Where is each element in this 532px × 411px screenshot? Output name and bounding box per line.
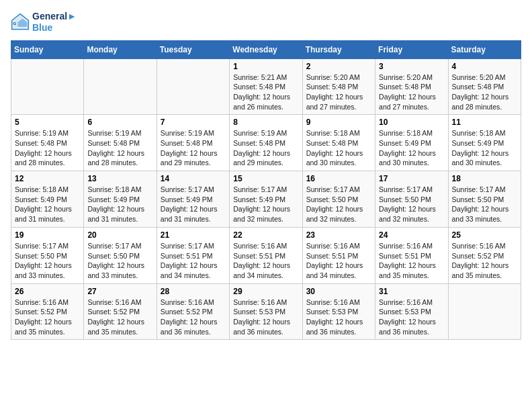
day-number: 23 xyxy=(306,230,371,240)
day-info: Sunrise: 5:16 AM Sunset: 5:53 PM Dayligh… xyxy=(379,298,444,337)
calendar-cell: 16Sunrise: 5:17 AM Sunset: 5:50 PM Dayli… xyxy=(302,171,375,228)
calendar-cell: 3Sunrise: 5:20 AM Sunset: 5:48 PM Daylig… xyxy=(375,58,448,115)
day-number: 9 xyxy=(306,118,371,127)
day-info: Sunrise: 5:18 AM Sunset: 5:49 PM Dayligh… xyxy=(87,185,152,224)
day-number: 13 xyxy=(87,174,152,183)
day-number: 6 xyxy=(87,118,152,127)
calendar-cell: 13Sunrise: 5:18 AM Sunset: 5:49 PM Dayli… xyxy=(84,171,157,228)
calendar-cell: 8Sunrise: 5:19 AM Sunset: 5:48 PM Daylig… xyxy=(230,115,302,171)
day-info: Sunrise: 5:17 AM Sunset: 5:49 PM Dayligh… xyxy=(161,185,226,224)
calendar-cell: 9Sunrise: 5:18 AM Sunset: 5:48 PM Daylig… xyxy=(302,115,375,171)
day-info: Sunrise: 5:16 AM Sunset: 5:52 PM Dayligh… xyxy=(161,298,226,337)
calendar-cell: 28Sunrise: 5:16 AM Sunset: 5:52 PM Dayli… xyxy=(157,283,229,340)
day-number: 25 xyxy=(452,230,517,240)
calendar-cell: 1Sunrise: 5:21 AM Sunset: 5:48 PM Daylig… xyxy=(230,58,302,115)
day-number: 27 xyxy=(87,287,152,296)
logo-text: General► Blue xyxy=(32,11,77,34)
day-info: Sunrise: 5:16 AM Sunset: 5:53 PM Dayligh… xyxy=(306,298,371,337)
day-info: Sunrise: 5:17 AM Sunset: 5:49 PM Dayligh… xyxy=(233,185,298,224)
calendar-cell: 17Sunrise: 5:17 AM Sunset: 5:50 PM Dayli… xyxy=(375,171,448,228)
day-info: Sunrise: 5:20 AM Sunset: 5:48 PM Dayligh… xyxy=(306,73,371,112)
calendar-cell: 18Sunrise: 5:17 AM Sunset: 5:50 PM Dayli… xyxy=(448,171,521,228)
day-info: Sunrise: 5:20 AM Sunset: 5:48 PM Dayligh… xyxy=(379,73,444,112)
day-info: Sunrise: 5:17 AM Sunset: 5:51 PM Dayligh… xyxy=(161,241,226,281)
day-info: Sunrise: 5:17 AM Sunset: 5:50 PM Dayligh… xyxy=(452,185,517,224)
calendar-cell: 22Sunrise: 5:16 AM Sunset: 5:51 PM Dayli… xyxy=(230,227,302,283)
calendar-cell: 23Sunrise: 5:16 AM Sunset: 5:51 PM Dayli… xyxy=(302,227,375,283)
day-number: 2 xyxy=(306,62,371,71)
day-info: Sunrise: 5:20 AM Sunset: 5:48 PM Dayligh… xyxy=(452,73,517,112)
col-header-saturday: Saturday xyxy=(448,40,521,58)
calendar-cell: 25Sunrise: 5:16 AM Sunset: 5:52 PM Dayli… xyxy=(448,227,521,283)
calendar-table: SundayMondayTuesdayWednesdayThursdayFrid… xyxy=(11,40,521,340)
day-number: 18 xyxy=(452,174,517,183)
day-number: 26 xyxy=(15,287,80,296)
day-info: Sunrise: 5:19 AM Sunset: 5:48 PM Dayligh… xyxy=(233,128,298,168)
day-number: 21 xyxy=(161,230,226,240)
day-number: 31 xyxy=(379,287,444,296)
calendar-header: SundayMondayTuesdayWednesdayThursdayFrid… xyxy=(11,40,521,58)
header: G General► Blue xyxy=(11,11,521,34)
day-number: 3 xyxy=(379,62,444,71)
calendar-row-0: 1Sunrise: 5:21 AM Sunset: 5:48 PM Daylig… xyxy=(11,58,521,115)
calendar-cell xyxy=(84,58,157,115)
day-info: Sunrise: 5:17 AM Sunset: 5:50 PM Dayligh… xyxy=(379,185,444,224)
day-info: Sunrise: 5:16 AM Sunset: 5:52 PM Dayligh… xyxy=(15,298,80,337)
day-number: 20 xyxy=(87,230,152,240)
col-header-sunday: Sunday xyxy=(11,40,84,58)
day-number: 24 xyxy=(379,230,444,240)
day-number: 5 xyxy=(15,118,80,127)
calendar-row-1: 5Sunrise: 5:19 AM Sunset: 5:48 PM Daylig… xyxy=(11,115,521,171)
calendar-cell: 10Sunrise: 5:18 AM Sunset: 5:49 PM Dayli… xyxy=(375,115,448,171)
day-number: 22 xyxy=(233,230,298,240)
day-info: Sunrise: 5:17 AM Sunset: 5:50 PM Dayligh… xyxy=(87,241,152,281)
calendar-cell: 15Sunrise: 5:17 AM Sunset: 5:49 PM Dayli… xyxy=(230,171,302,228)
day-info: Sunrise: 5:16 AM Sunset: 5:51 PM Dayligh… xyxy=(379,241,444,281)
col-header-monday: Monday xyxy=(84,40,157,58)
calendar-cell: 5Sunrise: 5:19 AM Sunset: 5:48 PM Daylig… xyxy=(11,115,84,171)
calendar-cell: 12Sunrise: 5:18 AM Sunset: 5:49 PM Dayli… xyxy=(11,171,84,228)
day-info: Sunrise: 5:16 AM Sunset: 5:52 PM Dayligh… xyxy=(87,298,152,337)
day-info: Sunrise: 5:18 AM Sunset: 5:49 PM Dayligh… xyxy=(379,128,444,168)
day-info: Sunrise: 5:19 AM Sunset: 5:48 PM Dayligh… xyxy=(161,128,226,168)
day-number: 12 xyxy=(15,174,80,183)
day-info: Sunrise: 5:16 AM Sunset: 5:51 PM Dayligh… xyxy=(306,241,371,281)
day-number: 15 xyxy=(233,174,298,183)
calendar-cell: 6Sunrise: 5:19 AM Sunset: 5:48 PM Daylig… xyxy=(84,115,157,171)
calendar-cell: 4Sunrise: 5:20 AM Sunset: 5:48 PM Daylig… xyxy=(448,58,521,115)
day-number: 1 xyxy=(233,62,298,71)
calendar-cell xyxy=(157,58,229,115)
col-header-wednesday: Wednesday xyxy=(230,40,302,58)
calendar-row-4: 26Sunrise: 5:16 AM Sunset: 5:52 PM Dayli… xyxy=(11,283,521,340)
logo-icon: G xyxy=(11,13,30,32)
day-info: Sunrise: 5:18 AM Sunset: 5:49 PM Dayligh… xyxy=(452,128,517,168)
day-info: Sunrise: 5:19 AM Sunset: 5:48 PM Dayligh… xyxy=(15,128,80,168)
day-number: 28 xyxy=(161,287,226,296)
svg-text:G: G xyxy=(13,20,17,25)
day-info: Sunrise: 5:18 AM Sunset: 5:49 PM Dayligh… xyxy=(15,185,80,224)
day-info: Sunrise: 5:17 AM Sunset: 5:50 PM Dayligh… xyxy=(306,185,371,224)
calendar-cell: 30Sunrise: 5:16 AM Sunset: 5:53 PM Dayli… xyxy=(302,283,375,340)
col-header-friday: Friday xyxy=(375,40,448,58)
day-info: Sunrise: 5:17 AM Sunset: 5:50 PM Dayligh… xyxy=(15,241,80,281)
calendar-cell xyxy=(11,58,84,115)
day-info: Sunrise: 5:18 AM Sunset: 5:48 PM Dayligh… xyxy=(306,128,371,168)
day-number: 30 xyxy=(306,287,371,296)
day-number: 19 xyxy=(15,230,80,240)
day-number: 17 xyxy=(379,174,444,183)
day-number: 8 xyxy=(233,118,298,127)
day-info: Sunrise: 5:16 AM Sunset: 5:51 PM Dayligh… xyxy=(233,241,298,281)
calendar-cell: 2Sunrise: 5:20 AM Sunset: 5:48 PM Daylig… xyxy=(302,58,375,115)
day-info: Sunrise: 5:19 AM Sunset: 5:48 PM Dayligh… xyxy=(87,128,152,168)
calendar-cell: 14Sunrise: 5:17 AM Sunset: 5:49 PM Dayli… xyxy=(157,171,229,228)
day-number: 14 xyxy=(161,174,226,183)
calendar-cell: 29Sunrise: 5:16 AM Sunset: 5:53 PM Dayli… xyxy=(230,283,302,340)
calendar-cell: 26Sunrise: 5:16 AM Sunset: 5:52 PM Dayli… xyxy=(11,283,84,340)
day-number: 10 xyxy=(379,118,444,127)
day-number: 16 xyxy=(306,174,371,183)
calendar-cell: 31Sunrise: 5:16 AM Sunset: 5:53 PM Dayli… xyxy=(375,283,448,340)
calendar-cell: 11Sunrise: 5:18 AM Sunset: 5:49 PM Dayli… xyxy=(448,115,521,171)
logo: G General► Blue xyxy=(11,11,77,34)
day-number: 7 xyxy=(161,118,226,127)
calendar-cell: 27Sunrise: 5:16 AM Sunset: 5:52 PM Dayli… xyxy=(84,283,157,340)
